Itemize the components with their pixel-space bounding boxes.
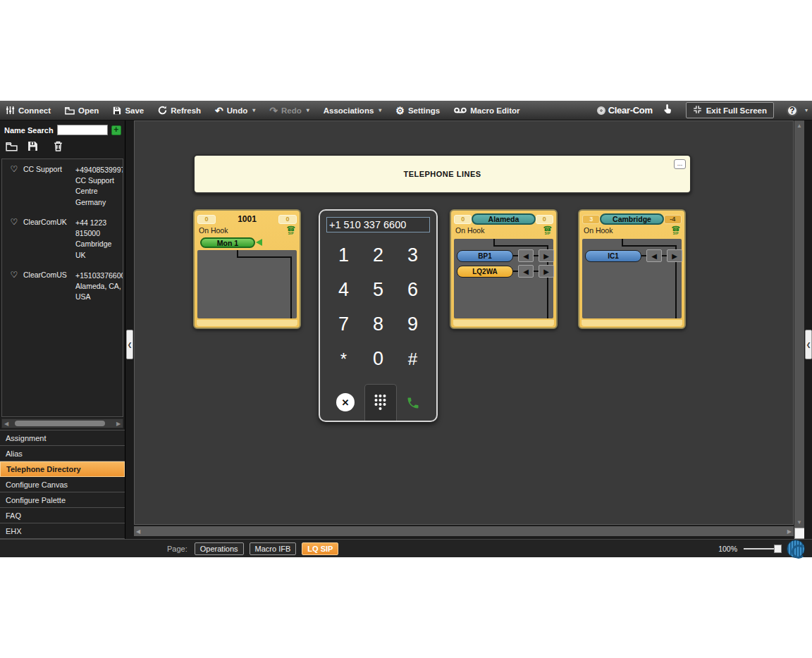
favorite-heart-icon[interactable]: ♡	[5, 164, 23, 174]
help-button[interactable]: ?	[787, 105, 798, 116]
clearcom-logo: Clear-Com	[597, 105, 653, 116]
macro-editor-button[interactable]: Macro Editor	[454, 106, 519, 115]
contact-row[interactable]: ♡ ClearComUS +15103376600 Alameda, CA, U…	[5, 271, 120, 303]
cancel-call-button[interactable]: ✕	[336, 393, 355, 411]
keypad-toggle-button[interactable]	[364, 384, 397, 421]
contact-row[interactable]: ♡ ClearComUK +44 1223 815000 Cambridge U…	[5, 218, 120, 261]
key-2[interactable]: 2	[361, 238, 395, 273]
open-button[interactable]: Open	[65, 106, 99, 115]
sidebar-horizontal-scrollbar[interactable]: ◀ ▶	[1, 418, 123, 428]
redo-icon: ↷	[269, 105, 278, 116]
monitor-pill[interactable]: Mon 1	[200, 237, 255, 248]
contact-row[interactable]: ♡ CC Support +4940853999700 CC Support C…	[5, 165, 120, 208]
scrollbar-thumb[interactable]	[15, 421, 105, 426]
sidebar-item-faq[interactable]: FAQ	[0, 508, 125, 523]
open-folder-icon[interactable]	[6, 142, 18, 154]
favorite-heart-icon[interactable]: ♡	[5, 270, 23, 280]
key-star[interactable]: *	[326, 342, 361, 376]
trash-icon[interactable]	[54, 141, 63, 154]
line-card-1001[interactable]: 0 1001 0 On Hook ☎SIP Mon 1	[193, 209, 301, 329]
sip-dialer[interactable]: 1 2 3 4 5 6 7 8 9 * 0 #	[319, 209, 438, 422]
canvas-vertical-scrollbar[interactable]: ▲ ▼	[794, 120, 804, 539]
routing-panel[interactable]: IC1 ◀ ▶	[582, 239, 682, 318]
settings-button[interactable]: ⚙ Settings	[395, 105, 440, 116]
canvas-horizontal-scrollbar[interactable]: ◀ ▶	[134, 526, 794, 536]
key-5[interactable]: 5	[361, 273, 395, 307]
exit-full-screen-button[interactable]: Exit Full Screen	[686, 102, 774, 118]
key-8[interactable]: 8	[361, 307, 395, 342]
route-left-arrow-button[interactable]: ◀	[518, 249, 534, 262]
line-card-alameda[interactable]: 0 Alameda 0 On Hook ☎SIP BP1	[450, 209, 558, 329]
dial-number-input[interactable]	[326, 217, 430, 232]
connect-button[interactable]: Connect	[6, 106, 51, 115]
associations-button[interactable]: Associations ▾	[324, 106, 382, 115]
sidebar-item-configure-canvas[interactable]: Configure Canvas	[0, 477, 125, 492]
telephone-lines-banner[interactable]: TELEPHONE LINES ...	[193, 154, 691, 194]
add-contact-button[interactable]: +	[111, 125, 121, 135]
key-0[interactable]: 0	[361, 342, 395, 376]
dial-keypad: 1 2 3 4 5 6 7 8 9 * 0 #	[326, 238, 430, 376]
page-tab-lq-sip[interactable]: LQ SIP	[302, 542, 338, 555]
routing-panel[interactable]: BP1 ◀ ▶ LQ2WA ◀	[454, 239, 553, 318]
scroll-down-arrow-icon[interactable]: ▼	[796, 517, 802, 528]
refresh-button[interactable]: Refresh	[158, 106, 201, 115]
undo-label: Undo	[227, 106, 247, 115]
key-4[interactable]: 4	[326, 273, 361, 307]
line-card-cambridge[interactable]: 3 Cambridge -4 On Hook ☎SIP IC1	[578, 209, 686, 329]
associations-dropdown-chevron-icon[interactable]: ▾	[379, 107, 381, 113]
key-1[interactable]: 1	[326, 238, 361, 273]
sidebar-item-assignment[interactable]: Assignment	[0, 430, 125, 446]
zoom-slider-thumb[interactable]	[774, 545, 782, 553]
sidebar-collapse-handle[interactable]: ❮	[126, 330, 133, 359]
redo-button[interactable]: ↷ Redo ▾	[269, 105, 309, 116]
redo-label: Redo	[281, 106, 302, 115]
banner-menu-button[interactable]: ...	[674, 159, 686, 169]
card-title-pill[interactable]: Alameda	[472, 213, 535, 225]
scroll-right-arrow-icon[interactable]: ▶	[114, 421, 123, 427]
page-tab-operations[interactable]: Operations	[195, 542, 244, 555]
hook-status: On Hook	[199, 226, 228, 235]
save-floppy-icon[interactable]	[27, 141, 38, 154]
route-right-arrow-button[interactable]: ▶	[667, 249, 682, 262]
clearcom-logo-text: Clear-Com	[608, 105, 653, 116]
sidebar-item-telephone-directory[interactable]: Telephone Directory	[0, 461, 125, 477]
right-panel-collapse-handle[interactable]: ❮	[805, 330, 812, 359]
favorite-heart-icon[interactable]: ♡	[5, 217, 23, 227]
redo-dropdown-chevron-icon[interactable]: ▾	[307, 107, 309, 113]
routing-panel[interactable]	[197, 250, 297, 318]
touch-mode-icon[interactable]	[663, 103, 673, 118]
undo-dropdown-chevron-icon[interactable]: ▾	[252, 107, 255, 113]
route-left-arrow-button[interactable]: ◀	[518, 265, 534, 278]
member-pill[interactable]: IC1	[585, 250, 641, 262]
route-left-arrow-button[interactable]: ◀	[646, 249, 662, 262]
member-pill[interactable]: BP1	[457, 250, 513, 262]
green-phone-icon	[406, 396, 420, 410]
member-pill[interactable]: LQ2WA	[457, 266, 513, 278]
key-3[interactable]: 3	[395, 238, 430, 273]
route-right-arrow-button[interactable]: ▶	[539, 265, 554, 278]
route-right-arrow-button[interactable]: ▶	[539, 249, 554, 262]
scroll-up-arrow-icon[interactable]: ▲	[796, 120, 802, 131]
sidebar-item-ehx[interactable]: EHX	[0, 523, 125, 539]
key-9[interactable]: 9	[395, 307, 430, 342]
zoom-slider[interactable]	[744, 548, 780, 550]
monitor-arrow-icon	[256, 239, 262, 246]
key-7[interactable]: 7	[326, 307, 361, 342]
call-button[interactable]	[406, 396, 420, 413]
undo-button[interactable]: ↶ Undo ▾	[215, 105, 255, 116]
hook-status: On Hook	[584, 226, 613, 235]
scroll-right-arrow-icon[interactable]: ▶	[787, 528, 792, 535]
name-search-input[interactable]	[57, 125, 108, 135]
scroll-left-arrow-icon[interactable]: ◀	[136, 528, 140, 535]
save-button[interactable]: Save	[113, 106, 144, 115]
card-title-pill[interactable]: Cambridge	[600, 213, 663, 225]
scroll-left-arrow-icon[interactable]: ◀	[2, 421, 11, 427]
page-tab-macro-ifb[interactable]: Macro IFB	[250, 542, 297, 555]
sidebar-item-configure-palette[interactable]: Configure Palette	[0, 492, 125, 508]
sidebar-menu: Assignment Alias Telephone Directory Con…	[0, 430, 125, 539]
sidebar-item-alias[interactable]: Alias	[0, 446, 125, 461]
canvas[interactable]: TELEPHONE LINES ... 0 1001 0 On Hook ☎SI…	[134, 120, 794, 525]
key-hash[interactable]: #	[395, 342, 430, 376]
help-dropdown-chevron-icon[interactable]: ▾	[805, 107, 808, 113]
key-6[interactable]: 6	[395, 273, 430, 307]
